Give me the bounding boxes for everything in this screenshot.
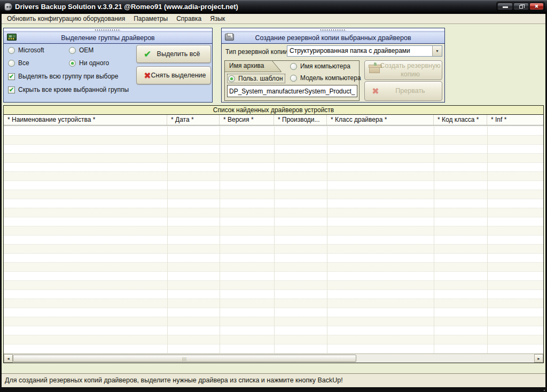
cross-icon: ✖ — [142, 71, 153, 80]
minimize-button[interactable] — [497, 3, 513, 10]
menu-language[interactable]: Язык — [206, 14, 229, 23]
backup-type-label: Тип резервной копии — [225, 48, 288, 56]
drivers-table-title: Список найденных драйверов устройств — [4, 106, 543, 115]
column-header-driver-class[interactable]: * Класс драйвера * — [327, 115, 434, 125]
check-icon: ✔ — [9, 74, 14, 79]
status-message: Для созданий резервных копий драйверов, … — [2, 374, 545, 387]
backup-device-icon — [225, 34, 234, 41]
radio-indicator — [290, 63, 297, 70]
scroll-right-button[interactable]: ► — [534, 354, 543, 363]
selection-panel-header: Выделение группы драйверов — [4, 32, 212, 44]
scroll-right-icon: ► — [537, 357, 541, 360]
radio-indicator-checked — [69, 60, 76, 67]
column-header-date[interactable]: * Дата * — [167, 115, 220, 125]
title-bar[interactable]: Drivers Backup Solution v.3.9.21 @Romeo9… — [0, 0, 547, 14]
menu-parameters[interactable]: Параметры — [129, 14, 172, 23]
radio-none[interactable]: Ни одного — [69, 59, 109, 67]
column-divider — [167, 126, 168, 354]
client-area: Выделение группы драйверов Microsoft OEM… — [2, 24, 545, 387]
radio-all[interactable]: Все — [8, 59, 29, 67]
radio-microsoft[interactable]: Microsoft — [8, 46, 44, 54]
archive-name-panel: Имя архива Имя компьютера Польз. шаблон … — [224, 60, 360, 101]
column-divider — [327, 126, 327, 354]
restore-button[interactable] — [513, 3, 529, 10]
column-divider — [220, 126, 220, 354]
column-divider — [274, 126, 275, 354]
column-divider — [487, 126, 488, 354]
column-header-inf[interactable]: * Inf * — [487, 115, 543, 125]
radio-indicator — [69, 47, 76, 54]
checkbox-hide-others[interactable]: ✔ Скрыть все кроме выбранной группы — [8, 86, 129, 93]
drivers-table: Список найденных драйверов устройств * Н… — [3, 105, 544, 363]
deselect-button[interactable]: ✖ Снять выделение — [136, 66, 211, 84]
minimize-icon — [503, 6, 508, 8]
radio-indicator — [290, 75, 297, 82]
cross-icon: ✖ — [370, 87, 381, 96]
window-controls: ✖ — [496, 2, 545, 11]
grip-dots-icon — [95, 29, 121, 30]
panel-grip[interactable] — [4, 28, 212, 32]
combo-dropdown-button[interactable]: ▼ — [432, 46, 442, 56]
backup-panel-header: Создание резервной копии выбранных драйв… — [222, 32, 444, 44]
panel-grip[interactable] — [222, 28, 444, 32]
column-divider — [434, 126, 434, 354]
checkbox-select-whole-group[interactable]: ✔ Выделять всю группу при выборе — [8, 73, 118, 80]
scroll-left-button[interactable]: ◄ — [4, 354, 13, 363]
backup-type-value: Структурированная папка с драйверами — [287, 46, 432, 56]
app-icon — [4, 3, 12, 11]
radio-computer-model[interactable]: Модель компьютера — [290, 74, 361, 82]
restore-icon — [519, 5, 523, 9]
menu-bar: Обновить конфигурацию оборудования Парам… — [2, 14, 545, 24]
archive-template-input[interactable] — [227, 85, 357, 97]
radio-computer-name[interactable]: Имя компьютера — [290, 62, 350, 70]
column-header-class-code[interactable]: * Код класса * — [434, 115, 487, 125]
column-header-manufacturer[interactable]: * Производи... — [274, 115, 327, 125]
horizontal-scrollbar[interactable]: ◄ ||| ► — [4, 354, 543, 363]
backup-creation-panel: Создание резервной копии выбранных драйв… — [221, 28, 445, 103]
resize-grip[interactable] — [544, 390, 545, 391]
status-bar: Для созданий резервных копий драйверов, … — [2, 373, 545, 387]
backup-panel-title: Создание резервной копии выбранных драйв… — [255, 34, 411, 42]
close-button[interactable]: ✖ — [529, 3, 544, 10]
menu-refresh-hardware[interactable]: Обновить конфигурацию оборудования — [3, 14, 129, 23]
radio-indicator-checked — [228, 75, 235, 82]
selection-panel-body: Microsoft OEM Все Ни одного ✔ Выделять в… — [4, 44, 212, 101]
radio-user-template[interactable]: Польз. шаблон — [228, 74, 285, 83]
abort-button[interactable]: ✖ Прервать — [364, 81, 442, 101]
selection-panel-title: Выделение группы драйверов — [61, 34, 155, 42]
menu-help[interactable]: Справка — [172, 14, 206, 23]
backup-box-icon — [369, 66, 380, 73]
thumb-grip-icon: ||| — [182, 357, 186, 360]
column-header-version[interactable]: * Версия * — [220, 115, 274, 125]
check-icon: ✔ — [142, 50, 153, 59]
backup-type-combobox[interactable]: Структурированная папка с драйверами ▼ — [287, 45, 442, 57]
backup-panel-body: Тип резервной копии Структурированная па… — [222, 44, 444, 101]
close-icon: ✖ — [530, 3, 543, 10]
drivers-table-header: * Наименование устройства * * Дата * * В… — [4, 115, 543, 126]
scroll-left-icon: ◄ — [6, 357, 10, 360]
window-title: Drivers Backup Solution v.3.9.21 @Romeo9… — [15, 0, 238, 14]
checkbox-indicator-checked: ✔ — [8, 73, 15, 80]
grip-dots-icon — [321, 29, 346, 30]
column-header-device-name[interactable]: * Наименование устройства * — [4, 115, 167, 125]
check-icon: ✔ — [9, 87, 14, 92]
chevron-down-icon: ▼ — [435, 49, 439, 53]
driver-group-selection-panel: Выделение группы драйверов Microsoft OEM… — [3, 28, 213, 103]
drivers-list-area[interactable] — [4, 126, 543, 354]
tab-underline — [225, 72, 282, 72]
select-all-button[interactable]: ✔ Выделить всё — [136, 45, 211, 63]
radio-indicator — [8, 60, 15, 67]
create-backup-button[interactable]: Создать резервную копию — [364, 60, 442, 80]
radio-indicator — [8, 47, 15, 54]
radio-oem[interactable]: OEM — [69, 46, 93, 54]
scrollbar-thumb[interactable]: ||| — [13, 355, 356, 362]
hardware-card-icon — [7, 34, 17, 41]
checkbox-indicator-checked: ✔ — [8, 87, 15, 93]
